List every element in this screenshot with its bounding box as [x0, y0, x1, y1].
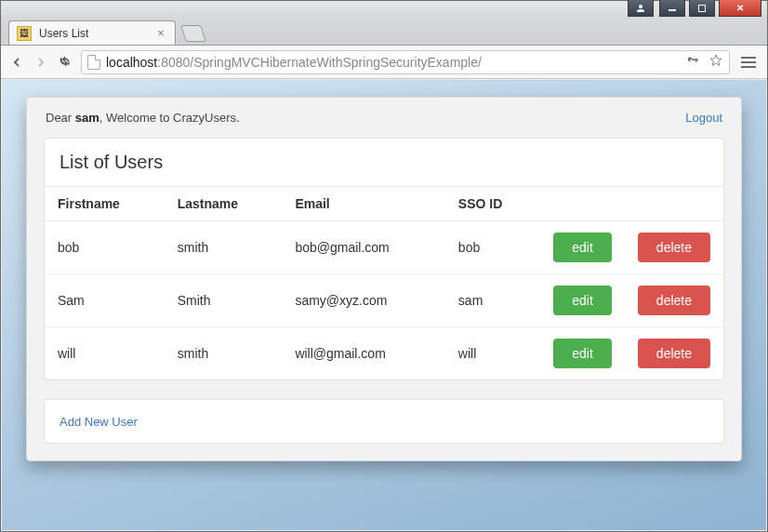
- greeting-row: Dear sam, Welcome to CrazyUsers. Logout: [27, 98, 741, 132]
- greeting-text: Dear sam, Welcome to CrazyUsers.: [46, 111, 240, 125]
- table-row: bobsmithbob@gmail.combobeditdelete: [45, 221, 723, 274]
- col-firstname: Firstname: [45, 187, 165, 221]
- window-maximize-button[interactable]: [689, 0, 715, 17]
- new-tab-button[interactable]: [180, 25, 206, 42]
- delete-button[interactable]: delete: [638, 339, 710, 368]
- back-button[interactable]: [8, 54, 25, 71]
- cell-lastname: smith: [165, 221, 283, 274]
- url-host: localhost: [106, 55, 157, 70]
- cell-delete: delete: [625, 327, 723, 380]
- bookmark-star-icon[interactable]: [708, 53, 723, 71]
- cell-sso: bob: [445, 221, 540, 274]
- edit-button[interactable]: edit: [553, 286, 612, 315]
- greeting-suffix: , Welcome to CrazyUsers.: [99, 111, 240, 125]
- cell-email: will@gmail.com: [282, 327, 444, 380]
- users-card-title: List of Users: [45, 139, 723, 187]
- col-edit: [540, 187, 625, 221]
- table-row: willsmithwill@gmail.comwilleditdelete: [45, 327, 723, 380]
- cell-sso: will: [445, 327, 540, 380]
- tab-strip: Users List ×: [1, 18, 767, 46]
- hamburger-menu-icon[interactable]: [737, 53, 760, 72]
- cell-lastname: Smith: [165, 274, 283, 327]
- add-new-user-link[interactable]: Add New User: [60, 415, 138, 429]
- forward-button[interactable]: [33, 54, 49, 71]
- tab-title: Users List: [39, 27, 88, 40]
- greeting-prefix: Dear: [46, 111, 75, 125]
- address-bar[interactable]: localhost:8080/SpringMVCHibernateWithSpr…: [81, 50, 730, 74]
- cell-firstname: will: [45, 327, 165, 380]
- window-close-button[interactable]: ✕: [719, 0, 761, 17]
- url-text: localhost:8080/SpringMVCHibernateWithSpr…: [106, 55, 482, 70]
- window-controls: ✕: [659, 0, 761, 17]
- edit-button[interactable]: edit: [553, 339, 612, 368]
- table-header-row: Firstname Lastname Email SSO ID: [45, 187, 723, 221]
- users-card: List of Users Firstname Lastname Email S…: [44, 138, 724, 380]
- reload-button[interactable]: [57, 54, 73, 71]
- profile-button[interactable]: [628, 0, 654, 17]
- users-table: Firstname Lastname Email SSO ID bobsmith…: [45, 187, 723, 379]
- page-icon: [87, 55, 100, 70]
- cell-edit: edit: [540, 274, 625, 327]
- tab-close-icon[interactable]: ×: [154, 26, 167, 39]
- omnibox-right: [686, 53, 723, 71]
- cell-delete: delete: [625, 274, 723, 327]
- browser-toolbar: localhost:8080/SpringMVCHibernateWithSpr…: [1, 46, 767, 79]
- edit-button[interactable]: edit: [553, 233, 612, 262]
- col-sso: SSO ID: [445, 187, 540, 221]
- browser-window: ✕ Users List × localhost:8080/SpringMVCH…: [0, 0, 768, 532]
- cell-delete: delete: [625, 221, 723, 274]
- url-port: 8080: [161, 55, 190, 70]
- col-email: Email: [282, 187, 444, 221]
- cell-lastname: smith: [165, 327, 283, 380]
- page-viewport: Dear sam, Welcome to CrazyUsers. Logout …: [2, 80, 766, 530]
- window-minimize-button[interactable]: [659, 0, 685, 17]
- favicon-icon: [17, 26, 32, 41]
- cell-firstname: bob: [45, 221, 165, 274]
- browser-tab[interactable]: Users List ×: [8, 20, 176, 45]
- delete-button[interactable]: delete: [638, 286, 710, 315]
- delete-button[interactable]: delete: [638, 233, 710, 262]
- logout-link[interactable]: Logout: [685, 111, 722, 125]
- add-new-card: Add New User: [44, 399, 724, 444]
- main-panel: Dear sam, Welcome to CrazyUsers. Logout …: [26, 97, 742, 461]
- cell-firstname: Sam: [45, 274, 165, 327]
- svg-marker-0: [710, 55, 722, 65]
- url-path: /SpringMVCHibernateWithSpringSecurityExa…: [190, 55, 482, 70]
- table-row: SamSmithsamy@xyz.comsameditdelete: [45, 274, 723, 327]
- key-icon[interactable]: [686, 54, 699, 70]
- cell-email: samy@xyz.com: [282, 274, 444, 327]
- cell-sso: sam: [445, 274, 540, 327]
- cell-email: bob@gmail.com: [282, 221, 444, 274]
- window-titlebar: ✕: [1, 1, 767, 18]
- cell-edit: edit: [540, 327, 625, 380]
- greeting-username: sam: [75, 111, 99, 125]
- cell-edit: edit: [540, 221, 625, 274]
- col-delete: [625, 187, 723, 221]
- col-lastname: Lastname: [165, 187, 283, 221]
